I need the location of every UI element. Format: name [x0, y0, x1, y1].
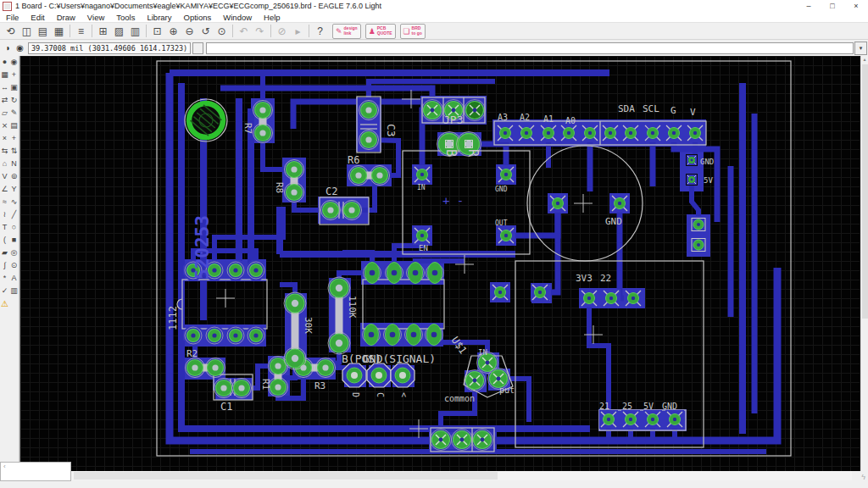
tool-signal[interactable]: ∫ — [0, 259, 9, 271]
tool-change[interactable]: ✎ — [9, 107, 19, 119]
go-icon[interactable]: ▸ — [290, 24, 306, 38]
reload-icon[interactable]: ⟲ — [3, 24, 19, 38]
toolbar-separator — [92, 25, 92, 37]
tool-via[interactable]: ◎ — [9, 247, 19, 258]
pcb-label: R2 — [186, 348, 198, 359]
command-history-dropdown[interactable]: ▾ — [854, 42, 867, 55]
tool-paste[interactable]: ▤ — [9, 119, 19, 131]
tool-text[interactable]: T — [0, 221, 9, 233]
tool-arc[interactable]: ( — [0, 234, 9, 246]
tool-delete[interactable]: × — [0, 132, 9, 144]
tool-erc[interactable]: ✓ — [0, 285, 9, 297]
tool-rotate[interactable]: ↻ — [9, 94, 19, 106]
tool-auto[interactable]: A — [9, 272, 19, 284]
tool-ripup[interactable]: ≀ — [0, 208, 9, 220]
pie-icon[interactable]: ◑ — [2, 42, 13, 53]
zoom-fit-icon[interactable]: ⊡ — [149, 24, 165, 38]
command-input[interactable] — [206, 42, 854, 54]
vertical-scrollbar[interactable]: ▴ — [860, 56, 868, 471]
zoom-out-icon[interactable]: ⊖ — [181, 24, 198, 38]
pad-square_x — [624, 289, 643, 308]
design-link-button[interactable]: ✎designlink — [332, 24, 361, 39]
tool-palette: ●◉▦+↔▣⇄↻▱✎⨯▤×+⇆⇅⌂NV⊚∠Y≈∿≀╱T○(■▰◎∫⊙*A✓▥⚠ — [0, 56, 19, 471]
pad-square_x — [643, 124, 662, 142]
redo-icon[interactable]: ↷ — [252, 24, 268, 38]
tool-ratsnest[interactable]: * — [0, 272, 9, 284]
horizontal-scrollbar[interactable] — [72, 471, 852, 480]
stop-icon[interactable]: ⊘ — [274, 24, 290, 38]
maximize-button[interactable]: □ — [821, 0, 844, 12]
pad-square_x — [610, 194, 629, 213]
tool-mirror[interactable]: ⇄ — [0, 94, 9, 106]
eye-icon[interactable]: ◉ — [14, 42, 25, 53]
layer-settings-icon[interactable]: ≡ — [73, 24, 89, 38]
mask-icon[interactable]: ▨ — [111, 24, 127, 38]
pcb-root: C3JP3BRA3A2A1A0SDASCLGVGND5VINGNDOUTEN+ … — [157, 61, 791, 456]
tool-errors[interactable]: ⚠ — [0, 297, 9, 309]
tool-optimize[interactable]: ≈ — [0, 196, 9, 208]
tool-cut[interactable]: ⨯ — [0, 119, 9, 131]
menu-draw[interactable]: Draw — [51, 13, 81, 22]
tool-value[interactable]: V — [0, 170, 9, 182]
tool-copy[interactable]: ▣ — [9, 81, 19, 93]
pad-small_x — [687, 175, 698, 186]
tool-circle[interactable]: ○ — [9, 221, 19, 233]
display-icon[interactable]: ▥ — [127, 24, 143, 38]
tool-smash[interactable]: ⊚ — [9, 170, 19, 182]
zoom-redraw-icon[interactable]: ↺ — [198, 24, 214, 38]
pad-square_x — [621, 124, 640, 142]
tool-replace[interactable]: ⇅ — [9, 145, 19, 157]
pcb-quote-button[interactable]: ♟PCBQUOTE — [365, 24, 396, 39]
tool-show[interactable]: ◉ — [9, 56, 19, 68]
pad-square_x — [665, 410, 684, 429]
tool-add[interactable]: + — [9, 132, 19, 144]
tool-miter[interactable]: ∠ — [0, 183, 9, 195]
tool-split[interactable]: Y — [9, 183, 19, 195]
zoom-in-icon[interactable]: ⊕ — [165, 24, 181, 38]
tool-route[interactable]: ∿ — [9, 196, 19, 208]
pad-round_hole — [186, 358, 205, 378]
tool-lock[interactable]: ⌂ — [0, 158, 9, 169]
tool-rect[interactable]: ■ — [9, 234, 19, 246]
menu-tools[interactable]: Tools — [110, 13, 141, 22]
tool-wire[interactable]: ╱ — [9, 208, 19, 220]
pad-round_hole — [349, 166, 369, 186]
tool-hole[interactable]: ⊙ — [9, 259, 19, 271]
grid-icon[interactable]: ⊞ — [95, 24, 111, 38]
tool-move[interactable]: ↔ — [0, 81, 9, 93]
menu-options[interactable]: Options — [178, 13, 218, 22]
minimize-button[interactable]: – — [797, 0, 821, 12]
close-button[interactable]: × — [844, 0, 868, 12]
pad-dip — [204, 325, 225, 346]
pcb-label: common — [444, 394, 475, 403]
tool-group[interactable]: ▱ — [0, 107, 9, 119]
pad-square_x — [548, 194, 567, 213]
pad-square_x — [621, 410, 640, 429]
undo-icon[interactable]: ↶ — [236, 24, 252, 38]
pad-square_x — [497, 226, 515, 245]
menu-file[interactable]: File — [0, 13, 25, 22]
menu-window[interactable]: Window — [217, 13, 258, 22]
menu-help[interactable]: Help — [258, 13, 287, 22]
menu-view[interactable]: View — [81, 13, 110, 22]
vertical-scroll-thumb[interactable] — [862, 64, 868, 319]
print-icon[interactable]: ▤ — [35, 24, 51, 38]
pcb-label: C — [376, 392, 385, 397]
coord-mode-button[interactable] — [192, 42, 203, 54]
save-icon[interactable]: ◫ — [19, 24, 35, 38]
help-icon[interactable]: ? — [312, 24, 328, 38]
tool-name[interactable]: N — [9, 158, 19, 169]
tool-info[interactable]: ● — [0, 56, 9, 68]
tool-display[interactable]: ▦ — [0, 69, 9, 80]
tool-pinswap[interactable]: ⇆ — [0, 145, 9, 157]
brd-to-go-button[interactable]: ❏BRDto go — [400, 24, 426, 39]
horizontal-scroll-thumb[interactable] — [74, 472, 498, 480]
tool-drc[interactable]: ▥ — [9, 285, 19, 297]
tool-mark[interactable]: + — [9, 69, 19, 80]
export-image-icon[interactable]: ▦ — [51, 24, 67, 38]
pcb-canvas[interactable]: C3JP3BRA3A2A1A0SDASCLGVGND5VINGNDOUTEN+ … — [19, 56, 860, 471]
tool-polygon[interactable]: ▰ — [0, 247, 9, 258]
menu-library[interactable]: Library — [141, 13, 177, 22]
zoom-select-icon[interactable]: ⊙ — [214, 24, 230, 38]
menu-edit[interactable]: Edit — [25, 13, 50, 22]
